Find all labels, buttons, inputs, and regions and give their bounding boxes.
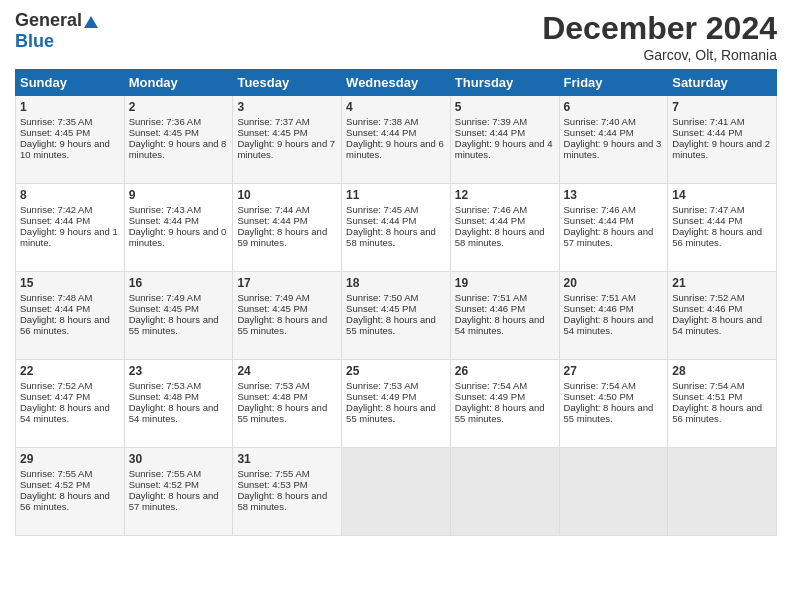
day-number: 21 bbox=[672, 276, 772, 290]
daylight-text: Daylight: 8 hours and 59 minutes. bbox=[237, 226, 337, 248]
calendar-cell: 11Sunrise: 7:45 AMSunset: 4:44 PMDayligh… bbox=[342, 184, 451, 272]
sunrise-text: Sunrise: 7:55 AM bbox=[129, 468, 229, 479]
sunset-text: Sunset: 4:46 PM bbox=[564, 303, 664, 314]
sunrise-text: Sunrise: 7:51 AM bbox=[564, 292, 664, 303]
sunset-text: Sunset: 4:44 PM bbox=[237, 215, 337, 226]
daylight-text: Daylight: 9 hours and 1 minute. bbox=[20, 226, 120, 248]
sunrise-text: Sunrise: 7:45 AM bbox=[346, 204, 446, 215]
sunset-text: Sunset: 4:48 PM bbox=[129, 391, 229, 402]
sunset-text: Sunset: 4:45 PM bbox=[20, 127, 120, 138]
day-number: 16 bbox=[129, 276, 229, 290]
calendar-cell: 2Sunrise: 7:36 AMSunset: 4:45 PMDaylight… bbox=[124, 96, 233, 184]
sunrise-text: Sunrise: 7:39 AM bbox=[455, 116, 555, 127]
sunrise-text: Sunrise: 7:54 AM bbox=[564, 380, 664, 391]
day-number: 30 bbox=[129, 452, 229, 466]
sunrise-text: Sunrise: 7:55 AM bbox=[237, 468, 337, 479]
daylight-text: Daylight: 9 hours and 8 minutes. bbox=[129, 138, 229, 160]
calendar-week-row: 8Sunrise: 7:42 AMSunset: 4:44 PMDaylight… bbox=[16, 184, 777, 272]
calendar-cell bbox=[450, 448, 559, 536]
sunset-text: Sunset: 4:49 PM bbox=[346, 391, 446, 402]
daylight-text: Daylight: 8 hours and 55 minutes. bbox=[237, 314, 337, 336]
sunrise-text: Sunrise: 7:54 AM bbox=[455, 380, 555, 391]
daylight-text: Daylight: 9 hours and 10 minutes. bbox=[20, 138, 120, 160]
sunrise-text: Sunrise: 7:44 AM bbox=[237, 204, 337, 215]
sunset-text: Sunset: 4:44 PM bbox=[455, 127, 555, 138]
logo-text: General bbox=[15, 10, 98, 31]
sunrise-text: Sunrise: 7:43 AM bbox=[129, 204, 229, 215]
daylight-text: Daylight: 8 hours and 58 minutes. bbox=[455, 226, 555, 248]
sunset-text: Sunset: 4:53 PM bbox=[237, 479, 337, 490]
daylight-text: Daylight: 8 hours and 57 minutes. bbox=[129, 490, 229, 512]
sunset-text: Sunset: 4:46 PM bbox=[672, 303, 772, 314]
daylight-text: Daylight: 8 hours and 54 minutes. bbox=[564, 314, 664, 336]
daylight-text: Daylight: 8 hours and 55 minutes. bbox=[564, 402, 664, 424]
day-number: 28 bbox=[672, 364, 772, 378]
calendar-cell: 6Sunrise: 7:40 AMSunset: 4:44 PMDaylight… bbox=[559, 96, 668, 184]
day-number: 17 bbox=[237, 276, 337, 290]
daylight-text: Daylight: 8 hours and 56 minutes. bbox=[20, 490, 120, 512]
logo: General Blue bbox=[15, 10, 98, 52]
calendar-week-row: 15Sunrise: 7:48 AMSunset: 4:44 PMDayligh… bbox=[16, 272, 777, 360]
day-number: 18 bbox=[346, 276, 446, 290]
sunset-text: Sunset: 4:45 PM bbox=[129, 303, 229, 314]
daylight-text: Daylight: 8 hours and 57 minutes. bbox=[564, 226, 664, 248]
daylight-text: Daylight: 8 hours and 58 minutes. bbox=[237, 490, 337, 512]
daylight-text: Daylight: 8 hours and 55 minutes. bbox=[346, 402, 446, 424]
calendar-cell: 10Sunrise: 7:44 AMSunset: 4:44 PMDayligh… bbox=[233, 184, 342, 272]
sunrise-text: Sunrise: 7:38 AM bbox=[346, 116, 446, 127]
sunset-text: Sunset: 4:45 PM bbox=[346, 303, 446, 314]
daylight-text: Daylight: 9 hours and 4 minutes. bbox=[455, 138, 555, 160]
calendar-cell: 22Sunrise: 7:52 AMSunset: 4:47 PMDayligh… bbox=[16, 360, 125, 448]
sunrise-text: Sunrise: 7:54 AM bbox=[672, 380, 772, 391]
calendar-week-row: 29Sunrise: 7:55 AMSunset: 4:52 PMDayligh… bbox=[16, 448, 777, 536]
col-tuesday: Tuesday bbox=[233, 70, 342, 96]
sunrise-text: Sunrise: 7:41 AM bbox=[672, 116, 772, 127]
sunrise-text: Sunrise: 7:52 AM bbox=[20, 380, 120, 391]
calendar-cell bbox=[559, 448, 668, 536]
logo-triangle-icon bbox=[84, 16, 98, 28]
calendar-cell: 23Sunrise: 7:53 AMSunset: 4:48 PMDayligh… bbox=[124, 360, 233, 448]
calendar-week-row: 22Sunrise: 7:52 AMSunset: 4:47 PMDayligh… bbox=[16, 360, 777, 448]
calendar-cell: 29Sunrise: 7:55 AMSunset: 4:52 PMDayligh… bbox=[16, 448, 125, 536]
col-saturday: Saturday bbox=[668, 70, 777, 96]
sunrise-text: Sunrise: 7:37 AM bbox=[237, 116, 337, 127]
day-number: 31 bbox=[237, 452, 337, 466]
sunset-text: Sunset: 4:50 PM bbox=[564, 391, 664, 402]
sunset-text: Sunset: 4:44 PM bbox=[346, 215, 446, 226]
day-number: 5 bbox=[455, 100, 555, 114]
calendar-cell: 16Sunrise: 7:49 AMSunset: 4:45 PMDayligh… bbox=[124, 272, 233, 360]
calendar-week-row: 1Sunrise: 7:35 AMSunset: 4:45 PMDaylight… bbox=[16, 96, 777, 184]
sunset-text: Sunset: 4:52 PM bbox=[20, 479, 120, 490]
daylight-text: Daylight: 8 hours and 55 minutes. bbox=[455, 402, 555, 424]
sunrise-text: Sunrise: 7:46 AM bbox=[455, 204, 555, 215]
day-number: 8 bbox=[20, 188, 120, 202]
daylight-text: Daylight: 9 hours and 0 minutes. bbox=[129, 226, 229, 248]
sunset-text: Sunset: 4:44 PM bbox=[346, 127, 446, 138]
sunrise-text: Sunrise: 7:55 AM bbox=[20, 468, 120, 479]
sunrise-text: Sunrise: 7:47 AM bbox=[672, 204, 772, 215]
calendar-cell: 25Sunrise: 7:53 AMSunset: 4:49 PMDayligh… bbox=[342, 360, 451, 448]
sunset-text: Sunset: 4:44 PM bbox=[564, 215, 664, 226]
sunset-text: Sunset: 4:46 PM bbox=[455, 303, 555, 314]
daylight-text: Daylight: 8 hours and 58 minutes. bbox=[346, 226, 446, 248]
header: General Blue December 2024 Garcov, Olt, … bbox=[15, 10, 777, 63]
calendar-cell: 5Sunrise: 7:39 AMSunset: 4:44 PMDaylight… bbox=[450, 96, 559, 184]
day-number: 1 bbox=[20, 100, 120, 114]
daylight-text: Daylight: 8 hours and 54 minutes. bbox=[672, 314, 772, 336]
calendar-cell: 27Sunrise: 7:54 AMSunset: 4:50 PMDayligh… bbox=[559, 360, 668, 448]
col-sunday: Sunday bbox=[16, 70, 125, 96]
calendar-cell: 19Sunrise: 7:51 AMSunset: 4:46 PMDayligh… bbox=[450, 272, 559, 360]
calendar-cell: 9Sunrise: 7:43 AMSunset: 4:44 PMDaylight… bbox=[124, 184, 233, 272]
month-title: December 2024 bbox=[542, 10, 777, 47]
sunrise-text: Sunrise: 7:42 AM bbox=[20, 204, 120, 215]
sunset-text: Sunset: 4:52 PM bbox=[129, 479, 229, 490]
daylight-text: Daylight: 9 hours and 6 minutes. bbox=[346, 138, 446, 160]
calendar-cell: 3Sunrise: 7:37 AMSunset: 4:45 PMDaylight… bbox=[233, 96, 342, 184]
calendar-cell: 15Sunrise: 7:48 AMSunset: 4:44 PMDayligh… bbox=[16, 272, 125, 360]
calendar-cell: 4Sunrise: 7:38 AMSunset: 4:44 PMDaylight… bbox=[342, 96, 451, 184]
page-container: General Blue December 2024 Garcov, Olt, … bbox=[0, 0, 792, 546]
calendar-cell: 13Sunrise: 7:46 AMSunset: 4:44 PMDayligh… bbox=[559, 184, 668, 272]
calendar-cell: 18Sunrise: 7:50 AMSunset: 4:45 PMDayligh… bbox=[342, 272, 451, 360]
calendar-cell: 26Sunrise: 7:54 AMSunset: 4:49 PMDayligh… bbox=[450, 360, 559, 448]
day-number: 2 bbox=[129, 100, 229, 114]
